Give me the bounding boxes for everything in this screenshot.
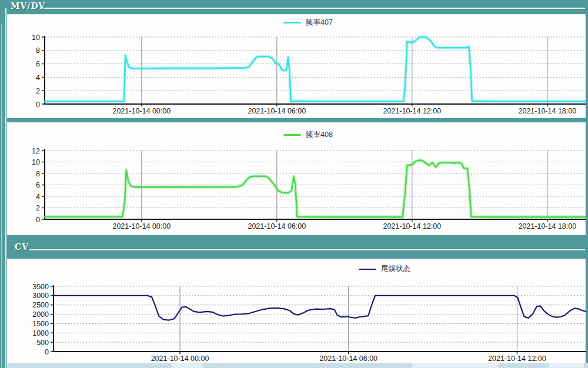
svg-text:1500: 1500 [32,320,49,328]
svg-text:0: 0 [36,101,40,109]
svg-text:2021-10-14 06:00: 2021-10-14 06:00 [248,107,306,115]
svg-text:6: 6 [36,60,40,68]
legend-label: 频率408 [306,130,333,140]
chart-panel-tailcoal: 尾煤状态 05001000150020002500300035002021-10… [7,259,586,363]
svg-text:3000: 3000 [32,292,49,300]
svg-text:10: 10 [32,34,40,42]
svg-text:2000: 2000 [32,310,49,319]
svg-text:10: 10 [32,158,40,166]
svg-text:12: 12 [32,147,40,155]
svg-text:2021-10-14 18:00: 2021-10-14 18:00 [518,107,576,115]
groupbox-left-border [5,8,6,368]
svg-text:2021-10-14 12:00: 2021-10-14 12:00 [383,107,441,115]
group-label-mvdv: MV/DV [11,1,45,11]
chart-legend: 尾煤状态 [96,264,588,274]
svg-text:2500: 2500 [32,301,49,309]
legend-swatch [283,22,301,24]
svg-text:0: 0 [36,216,40,224]
svg-text:2: 2 [36,87,40,95]
bottom-partial-cell [412,363,499,368]
svg-text:3500: 3500 [32,283,49,291]
svg-text:2021-10-14 18:00: 2021-10-14 18:00 [518,222,576,230]
chart-svg-freq407: 02468102021-10-14 00:002021-10-14 06:002… [8,15,586,119]
legend-swatch [283,134,301,136]
group-label-cv: CV [15,242,29,252]
legend-swatch [359,269,376,270]
svg-text:2021-10-14 06:00: 2021-10-14 06:00 [319,354,377,363]
svg-text:8: 8 [36,170,40,178]
svg-text:2021-10-14 06:00: 2021-10-14 06:00 [248,222,306,230]
svg-text:2: 2 [36,204,40,212]
svg-text:2021-10-14 12:00: 2021-10-14 12:00 [383,222,441,230]
chart-legend: 频率407 [19,18,588,28]
chart-panel-freq408: 频率408 0246810122021-10-14 00:002021-10-1… [7,122,586,235]
svg-text:2021-10-14 00:00: 2021-10-14 00:00 [112,222,171,230]
svg-text:4: 4 [36,193,40,201]
svg-text:2021-10-14 12:00: 2021-10-14 12:00 [488,354,546,363]
bottom-partial-cell [172,363,203,368]
svg-text:1000: 1000 [32,329,49,337]
legend-label: 频率407 [306,18,333,28]
svg-text:2021-10-14 00:00: 2021-10-14 00:00 [151,354,209,363]
window-left-border [1,24,2,368]
svg-text:6: 6 [36,181,40,189]
legend-label: 尾煤状态 [381,264,410,274]
bottom-partial-cell [549,363,584,368]
svg-text:2021-10-14 00:00: 2021-10-14 00:00 [112,107,171,115]
svg-text:500: 500 [36,339,49,347]
svg-text:8: 8 [36,46,40,55]
chart-svg-tailcoal: 05001000150020002500300035002021-10-14 0… [8,259,586,364]
bottom-partial-row [7,363,588,368]
chart-legend: 频率408 [19,130,588,140]
group-rule-cv [29,249,585,250]
chart-panel-freq407: 频率407 02468102021-10-14 00:002021-10-14 … [7,14,586,118]
svg-text:0: 0 [45,348,49,356]
group-rule-mvdv [40,8,585,9]
svg-text:4: 4 [36,73,40,82]
